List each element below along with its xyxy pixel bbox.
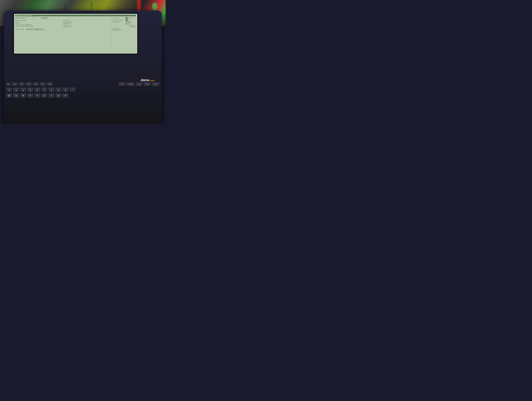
- number-key-row: @ 3 # 4 $ 4 % 5 ^ 6 & 7: [6, 87, 160, 93]
- pings-sent-label: Pings Sent:: [113, 28, 120, 29]
- pings-per-second-label: Pings per Second:: [113, 19, 125, 21]
- key-y[interactable]: Y: [34, 93, 41, 98]
- key-f8[interactable]: F8: [47, 82, 53, 87]
- secondary-dns-label: Secondary DNS:: [63, 26, 72, 27]
- key-minus[interactable]: -: [69, 87, 76, 93]
- signal-strength-row: Signal Strength: 0% Connect: [15, 17, 110, 19]
- network-col-left: Network ID (SSID): Security: Channel: Tr…: [15, 20, 62, 28]
- beep-checkbox[interactable]: ✓: [126, 23, 127, 25]
- connect-button[interactable]: Connect: [42, 17, 48, 19]
- key-4[interactable]: $ 4: [20, 87, 26, 93]
- key-6[interactable]: ^ 6: [34, 87, 41, 93]
- key-address-cancel[interactable]: address cancel: [127, 82, 135, 87]
- ping-count-label: Ping Count:: [113, 17, 125, 19]
- pings-per-second-row: Pings per Second: 1 4: [113, 19, 136, 21]
- key-0[interactable]: ) 0: [62, 87, 69, 93]
- pings-sent-row: Pings Sent:: [113, 28, 136, 29]
- key-e[interactable]: E: [13, 93, 19, 98]
- device-body: Wireless Network Status Signal Strength:…: [4, 10, 162, 124]
- key-f5[interactable]: F5: [25, 82, 32, 87]
- beep-label: Beep: [127, 23, 130, 25]
- gateway-label: Gateway IP Addr:: [63, 21, 73, 23]
- primary-dns-label: Primary DNS:: [63, 25, 71, 26]
- network-col-right: IP Address: Gateway IP Addr: Subnet Mask…: [63, 20, 110, 28]
- ip-address-label: IP Address:: [63, 20, 70, 21]
- key-7[interactable]: & 7: [41, 87, 48, 93]
- ping-count-row: Ping Count: 1 Infinite: [113, 17, 136, 19]
- key-w[interactable]: W: [6, 93, 13, 98]
- ping-address-value: Gateway: [126, 21, 131, 23]
- signal-bar: 0%: [27, 17, 41, 19]
- bottom-letter-row: W E R T Y U I O P: [6, 93, 160, 98]
- channel-label: Channel:: [15, 23, 20, 24]
- screen-right-panel: Ping Count: 1 Infinite Pings per Second:…: [112, 17, 136, 52]
- key-2[interactable]: @ 3: [6, 87, 13, 93]
- network-id-label: Network ID (SSID):: [15, 20, 26, 21]
- key-t[interactable]: T: [27, 93, 33, 98]
- key-o[interactable]: O: [55, 93, 62, 98]
- ping-address-label: Ping Address:: [113, 21, 125, 23]
- screen-bezel: Wireless Network Status Signal Strength:…: [13, 13, 138, 55]
- key-memo-note[interactable]: memo note: [144, 82, 151, 87]
- key-u[interactable]: U: [41, 93, 48, 98]
- subnet-label: Subnet Mask:: [63, 23, 71, 24]
- key-5[interactable]: % 5: [27, 87, 33, 93]
- pings-per-second-suffix: 4: [128, 19, 129, 21]
- keyboard-area: F2 F3 F4 F5 F6 F7 F8 date new address ca…: [4, 81, 162, 124]
- mac-address-label: Mac Address:: [15, 26, 23, 27]
- key-9[interactable]: ( 9: [55, 87, 62, 93]
- screen-lcd: Wireless Network Status Signal Strength:…: [14, 14, 137, 54]
- key-8[interactable]: * 8: [48, 87, 55, 93]
- window-titlebar: Wireless Network Status: [15, 15, 136, 16]
- transmit-speed-value: 0 Mbits/sec: [25, 24, 32, 25]
- profile-row: Profile: dana Detect AP Network Prefs: [15, 28, 110, 30]
- profile-label: Profile:: [15, 29, 21, 30]
- beep-row: ✓ Beep: [126, 23, 136, 25]
- key-p[interactable]: P: [62, 93, 69, 98]
- key-find-contrast[interactable]: find contrast: [152, 82, 160, 87]
- network-prefs-button[interactable]: Network Prefs: [34, 28, 44, 30]
- ping-count-input[interactable]: 1: [126, 17, 128, 19]
- signal-value: 0%: [33, 18, 34, 19]
- good-responses-row: Good Responses:: [113, 29, 136, 30]
- key-3[interactable]: # 4: [13, 87, 19, 93]
- key-i[interactable]: I: [48, 93, 55, 98]
- detect-ap-button[interactable]: Detect AP: [26, 28, 33, 30]
- key-f2[interactable]: F2: [6, 82, 11, 87]
- mac-address-value: 00-00-80-0C-00-07: [23, 26, 34, 27]
- ping-count-suffix: Infinite: [128, 18, 133, 19]
- key-f7[interactable]: F7: [39, 82, 46, 87]
- ping-button[interactable]: Ping: [129, 25, 136, 27]
- key-f3[interactable]: F3: [11, 82, 18, 87]
- good-responses-label: Good Responses:: [113, 29, 122, 30]
- profile-value: dana: [21, 29, 24, 30]
- signal-strength-label: Signal Strength:: [15, 18, 26, 19]
- function-key-row: F2 F3 F4 F5 F6 F7 F8 date new address ca…: [6, 82, 160, 87]
- pings-per-second-input[interactable]: 1: [126, 19, 128, 21]
- ping-address-row: Ping Address: Gateway: [113, 21, 136, 23]
- security-label: Security:: [15, 21, 21, 22]
- key-date-new[interactable]: date new: [118, 82, 126, 87]
- transmit-speed-label: Transmit Speed:: [15, 24, 25, 25]
- screen-left-panel: Signal Strength: 0% Connect Network ID (…: [15, 17, 110, 52]
- key-f4[interactable]: F4: [18, 82, 25, 87]
- key-f6[interactable]: F6: [32, 82, 39, 87]
- key-r[interactable]: R: [20, 93, 26, 98]
- key-todo-done[interactable]: to do done: [135, 82, 143, 87]
